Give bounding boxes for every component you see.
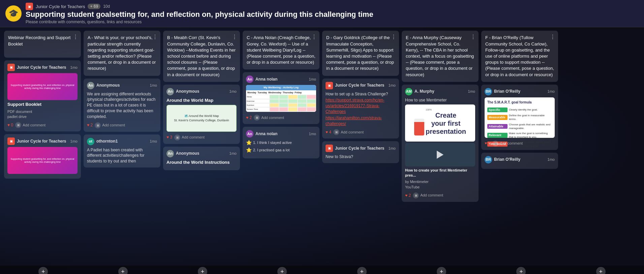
add-column-btn-4[interactable]: +	[357, 267, 367, 274]
heart-btn-c-1[interactable]: ♥ 2	[246, 115, 252, 121]
smart-row-attainable: Attainable Choose goals that are realist…	[487, 123, 552, 130]
video-title-e-1: How to create your first Mentimeter pres…	[405, 168, 475, 178]
post-author-a-1: An Anonymous 1mo	[87, 82, 157, 89]
column-more-btn-a[interactable]: ⋮	[152, 33, 158, 41]
post-sub2-webinar-1: padlet drive	[7, 114, 78, 119]
column-more-btn-c[interactable]: ⋮	[311, 33, 317, 41]
add-comment-d-1[interactable]: ▣ Add comment	[333, 129, 364, 135]
avatar-a-2: ot	[87, 138, 94, 145]
column-more-btn-b[interactable]: ⋮	[232, 33, 237, 41]
post-text-d-2: New to Strava?	[326, 154, 396, 160]
post-time-c-1: 1mo	[309, 77, 316, 82]
post-author-e-1: AM A. Murphy 1mo	[405, 88, 475, 95]
post-title-webinar-1: Support Booklet	[7, 101, 78, 108]
post-f-1: BR Brian O'Reilly 1mo The S.M.A.R.T. goa…	[481, 85, 558, 150]
post-author-c-1: An Anna nolan 1mo	[246, 75, 316, 83]
post-image-webinar-1: Supporting student goalsetting for, and …	[7, 73, 78, 100]
add-comment-webinar-1[interactable]: ▣ Add comment	[15, 122, 45, 128]
comment-icon-a-1: ▣	[95, 122, 101, 128]
smart-row-measurable: Measurable Define the goal in measurable…	[487, 114, 552, 121]
heart-btn-e-1[interactable]: ♥ 2	[405, 193, 411, 199]
add-comment-c-1[interactable]: ▣ Add comment	[254, 115, 284, 121]
column-header-text-c: C - Anna Nolan (Creagh College, Gorey, C…	[247, 35, 315, 65]
post-time-c-2: 1mo	[309, 131, 316, 136]
column-c: C - Anna Nolan (Creagh College, Gorey, C…	[243, 31, 319, 262]
post-webinar-1: ▣ Junior Cycle for Teachers 1mo Supporti…	[4, 60, 81, 131]
create-pres-text: Createyour firstpresentation	[426, 111, 466, 135]
header: 🎓 ▣ Junior Cycle for Teachers + 69 10d S…	[0, 0, 644, 27]
post-title-b-2: Around the World Instructions	[166, 159, 237, 165]
video-thumb-e-1[interactable]	[405, 143, 475, 166]
comment-icon-b-1: ▣	[174, 134, 180, 141]
smart-goal-card: The S.M.A.R.T. goal formula Specific Cle…	[485, 97, 555, 138]
post-d-2: ▣ Junior Cycle for Teachers 1mo New to S…	[322, 141, 399, 163]
add-column-btn-1[interactable]: +	[118, 267, 128, 274]
video-platform-e-1: YouTube	[405, 185, 475, 190]
heart-btn-webinar-1[interactable]: ♥ 0	[7, 122, 13, 128]
post-footer-a-1: ♥ 2 ▣ Add comment	[87, 122, 157, 128]
add-column-btn-0[interactable]: +	[38, 267, 48, 274]
post-image-webinar-2: Supporting student goalsetting for, and …	[7, 147, 78, 174]
link-d-1-1[interactable]: https://support.strava.com/hc/en-us/arti…	[326, 97, 396, 114]
add-column-btn-3[interactable]: +	[277, 267, 287, 274]
column-header-f: F - Brian O'Reilly (Tullow Community Sch…	[481, 31, 558, 82]
link-d-1-2[interactable]: https://larahamilton.com/strava-challeng…	[326, 115, 396, 127]
add-comment-f-1[interactable]: ▣ Add comment	[492, 141, 523, 147]
header-meta: ▣ Junior Cycle for Teachers + 69 10d Sup…	[26, 3, 373, 24]
post-footer-webinar-1: ♥ 0 ▣ Add comment	[7, 122, 78, 128]
post-b-2: An Anonymous 1mo Around the World Instru…	[163, 147, 240, 170]
post-webinar-2: ▣ Junior Cycle for Teachers 1mo Supporti…	[4, 134, 81, 179]
post-time-a-1: 1mo	[150, 83, 157, 88]
comment-icon-d-1: ▣	[333, 129, 339, 135]
column-b: B - Meabh Corr (St. Kevin's Community Co…	[163, 31, 240, 262]
avatar-b-2: An	[166, 150, 174, 157]
add-column-btn-2[interactable]: +	[198, 267, 207, 274]
author-name-b-1: Anonymous	[176, 89, 199, 94]
post-e-1: AM A. Murphy 1mo How to use Mentimeter 1…	[402, 85, 479, 202]
author-name-c-1: Anna nolan	[255, 77, 277, 82]
add-comment-e-1[interactable]: ▣ Add comment	[413, 192, 443, 199]
page-title: Supporting student goalsetting for, and …	[26, 10, 373, 19]
post-time-f-2: 1mo	[548, 157, 555, 162]
post-footer-d-1: ♥ 4 ▣ Add comment	[326, 129, 396, 135]
add-comment-a-1[interactable]: ▣ Add comment	[95, 122, 125, 128]
column-e: E - Anna Murphy (Causeway Comprehensive …	[402, 31, 479, 262]
post-author-a-2: ot othornton1 1mo	[87, 138, 157, 145]
column-more-btn-d[interactable]: ⋮	[391, 33, 396, 41]
post-author-c-2: An Anna nolan 1mo	[246, 130, 316, 138]
post-text-e-1: How to use Mentimeter	[405, 97, 475, 103]
video-source-e-1: by Mentimeter	[405, 179, 475, 184]
column-more-btn-webinar[interactable]: ⋮	[73, 33, 78, 41]
header-top-row: ▣ Junior Cycle for Teachers + 69 10d	[26, 3, 373, 10]
columns-container: Webinar Recording and Support Booklet ⋮ …	[0, 27, 644, 266]
post-time-d-2: 1mo	[389, 146, 396, 151]
column-header-e: E - Anna Murphy (Causeway Comprehensive …	[402, 31, 479, 82]
avatar-e-1: AM	[405, 88, 412, 95]
column-header-text-f: F - Brian O'Reilly (Tullow Community Sch…	[485, 35, 554, 77]
post-time-e-1: 1mo	[468, 89, 475, 94]
add-column-btn-6[interactable]: +	[516, 267, 526, 274]
heart-btn-a-1[interactable]: ♥ 2	[87, 122, 93, 128]
column-header-text-a: A - What is your, or your school's, part…	[88, 35, 156, 71]
add-comment-b-1[interactable]: ▣ Add comment	[174, 134, 205, 141]
post-b-1: An Anonymous 1mo Around the World Map 🗺️…	[163, 85, 240, 144]
column-more-btn-f[interactable]: ⋮	[550, 33, 555, 41]
post-text-a-1: We are assigning different workouts /phy…	[87, 91, 157, 120]
heart-btn-d-1[interactable]: ♥ 4	[326, 129, 331, 135]
heart-btn-f-1[interactable]: ♥ 0	[485, 141, 490, 146]
post-author-f-2: BR Brian O'Reilly 1mo	[485, 156, 555, 163]
author-name-d-2: Junior Cycle for Teachers	[335, 146, 385, 151]
add-column-btn-5[interactable]: +	[437, 267, 446, 274]
bottom-bar: + + + + + + + +	[0, 266, 644, 274]
post-image-c-1: My Wellbeing - Activity Log Monday Tuesd…	[246, 85, 316, 112]
create-presentation-box: 100% Createyour firstpresentation	[405, 104, 475, 142]
post-time-d-1: 1mo	[389, 83, 396, 88]
author-name-d-1: Junior Cycle for Teachers	[335, 83, 385, 88]
column-header-text-d: D - Gary Goldrick (College of the Immacu…	[326, 35, 394, 71]
star-item-c-2-2: ⭐ 2. I practised gaa a lot	[246, 147, 316, 154]
star-icon-c-2-2: ⭐	[246, 147, 252, 154]
heart-btn-b-1[interactable]: ♥ 3	[166, 134, 172, 140]
column-more-btn-e[interactable]: ⋮	[470, 33, 476, 41]
avatar-a-1: An	[87, 82, 94, 89]
add-column-btn-7[interactable]: +	[596, 267, 606, 274]
